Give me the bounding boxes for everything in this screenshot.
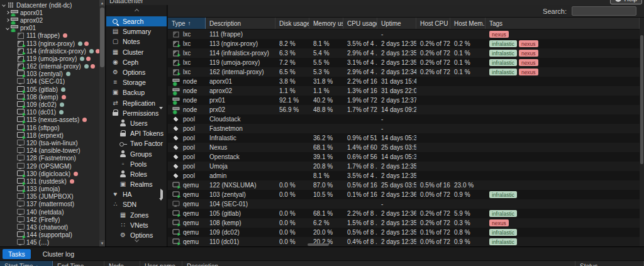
tree-item-104-sec-01[interactable]: 104 (SEC-01) [0,78,99,86]
menu-item-ha[interactable]: ♥HA [106,189,167,199]
tree-item-prx01[interactable]: prx01 [0,25,99,32]
task-column-description[interactable]: Description [182,261,575,266]
menu-item-zones[interactable]: ▦Zones [106,210,167,220]
column-header-host-mem[interactable]: Host Mem... [450,18,486,29]
column-header-memory-us[interactable]: Memory us... [309,18,343,29]
resource-row-109-dc02[interactable]: qemu109 (dc02)0.0 %20.0 %0.5% of 8 ...2 … [168,228,644,237]
tree-expander-icon[interactable] [5,19,10,21]
menu-item-notes[interactable]: ▢Notes [106,36,167,47]
resource-row-aprox02[interactable]: nodeaprox021.1 %1.1 %1.3% of 16 ...31 da… [168,86,644,96]
column-header-disk-usage[interactable]: Disk usage... [275,18,309,29]
menu-item-storage[interactable]: ≡Storage [106,77,167,87]
tree-item-datacenter-ndit-dc[interactable]: Datacenter (ndit-dc) [0,1,99,9]
task-column-status[interactable]: Status [575,261,644,266]
resource-row-122-nxsluma[interactable]: qemu122 (NXSLUMA)0.0 %87.0 %0.5% of 16 .… [168,180,644,190]
menu-scroll-up-icon[interactable] [106,5,167,16]
resource-row-103-zentyal[interactable]: qemu103 (zentyal)0.0 %10.5 %0.1% of 16 .… [168,190,644,199]
table-horizontal-scrollbar[interactable] [308,243,329,246]
resource-row-umoja[interactable]: poolUmoja20.8 %1.7% of 8 ...2 days 12:35… [168,162,644,171]
column-header-description[interactable]: Description [206,18,275,29]
tree-item-129-opsmgm[interactable]: 129 (OPSMGM) [0,162,99,170]
tree-item-120-tsa-win-linux[interactable]: 120 (tsa-win-linux) [0,139,99,147]
tree-item-143-chatwoot[interactable]: 143 (chatwoot) [0,223,99,231]
tree-item-116-sftpgo[interactable]: 116 (sftpgo) [0,124,99,131]
tree-item-103-zentyal[interactable]: 103 (zentyal) [0,70,99,78]
menu-item-summary[interactable]: ▤Summary [106,26,167,36]
column-header-host-cpu[interactable]: Host CPU ... [416,18,450,29]
menu-item-groups[interactable]: Groups [106,148,167,158]
tree-item-137-mattermost[interactable]: 137 (mattermost) [0,201,99,208]
tree-scroll-down-icon[interactable]: ▼ [99,240,105,247]
tree-item-aporx01[interactable]: aporx01 [0,9,99,16]
tree-scroll-up-icon[interactable]: ▲ [99,0,105,6]
column-header-uptime[interactable]: Uptime [377,18,416,29]
tab-tasks[interactable]: Tasks [3,249,31,259]
tree-item-144-supportpal[interactable]: 144 (supportpal) [0,231,99,239]
menu-item-search[interactable]: Search [106,16,167,26]
task-column-user-name[interactable]: User name [140,261,182,266]
menu-item-roles[interactable]: Roles [106,169,167,179]
menu-item-two-factor[interactable]: Two Factor [106,138,167,148]
resource-row-114-infralsticx-proxy[interactable]: lxc114 (infralsticx-proxy)6.3 %5.4 %2.9%… [168,48,644,58]
tree-item-124-ansible-tower[interactable]: 124 (ansible-tower) [0,147,99,155]
menu-item-vnets[interactable]: ∷VNets [106,220,167,230]
menu-item-backup[interactable]: ▣Backup [106,87,167,97]
tree-item-113-nginx-proxy[interactable]: 113 (nginx-proxy) [0,40,99,47]
tree-item-108-kemp[interactable]: 108 (kemp) [0,93,99,101]
tree-scroll-thumb[interactable] [100,8,104,67]
tree-item-128-fastnetmon[interactable]: 128 (Fastnetmon) [0,155,99,162]
resource-row-162-internal-proxy[interactable]: lxc162 (internal-proxy)6.5 %5.3 %2.9% of… [168,67,644,77]
resource-row-cloudstack[interactable]: poolCloudstack- [168,114,644,124]
table-vertical-scrollbar[interactable] [640,18,644,247]
column-header-type[interactable]: Type↑ [168,18,206,29]
resource-row-105-gitlab[interactable]: qemu105 (gitlab)0.0 %68.1 %2.2% of 8 ...… [168,209,644,218]
task-column-end-time[interactable]: End Time [53,261,104,266]
resource-row-aporx01[interactable]: nodeaporx013.8 %31.8 %2.2% of 16 ...31 d… [168,77,644,86]
column-header-tags[interactable]: Tags [486,18,640,29]
tree-item-142-firefly[interactable]: 142 (Firefly) [0,216,99,223]
menu-item-api-tokens[interactable]: API Tokens [106,128,167,138]
menu-scroll-down-icon[interactable] [106,234,167,245]
task-column-node[interactable]: Node [104,261,140,266]
tree-item-119-umoja-proxy[interactable]: 119 (umoja-proxy) [0,55,99,62]
tree-item-105-gitlab[interactable]: 105 (gitlab) [0,86,99,93]
menu-item-users[interactable]: Users [106,118,167,128]
menu-item-replication[interactable]: ⇄Replication [106,98,167,108]
resource-row-prx01[interactable]: nodeprx0192.1 %40.2 %1.9% of 72 ...2 day… [168,96,644,105]
tree-item-118-erpnext[interactable]: 118 (erpnext) [0,131,99,139]
help-button[interactable]: ? Help [610,0,642,4]
search-input[interactable] [572,6,636,16]
tree-expander-icon[interactable] [5,11,10,14]
menu-item-pools[interactable]: ▫Pools [106,159,167,169]
resource-row-openstack[interactable]: poolOpenstack39.1 %0.6% of 56 ...14 days… [168,152,644,162]
resource-row-104-sec-01[interactable]: qemu104 (SEC-01)- [168,199,644,209]
resource-row-111-frappe[interactable]: lxc111 (frappe)-nexus [168,30,644,39]
tree-item-145[interactable]: 145 (…) [0,239,99,247]
task-column-start-time[interactable]: Start Time↓ [0,261,53,266]
tree-item-133-umoja[interactable]: 133 (umoja) [0,186,99,193]
table-vscroll-thumb[interactable] [640,35,643,164]
tree-item-110-dc01[interactable]: 110 (dc01) [0,109,99,116]
tree-item-140-netdata[interactable]: 140 (netdata) [0,208,99,216]
menu-item-realms[interactable]: ▣Realms [106,179,167,189]
tree-item-111-frappe[interactable]: 111 (frappe) [0,32,99,40]
resource-row-infralastic[interactable]: poolInfralastic36.2 %0.9% of 51 ...14 da… [168,133,644,143]
tree-item-114-infralsticx-proxy[interactable]: 114 (infralsticx-proxy) [0,47,99,55]
resource-row-fastnetmon[interactable]: poolFastnetmon- [168,124,644,133]
column-header-cpu-usage[interactable]: CPU usage [343,18,377,29]
menu-item-ceph[interactable]: ◉Ceph [106,57,167,67]
menu-item-cluster[interactable]: ▦Cluster [106,47,167,57]
resource-row-nexus[interactable]: poolNexus68.1 %1.4% of 60 ...25 days 03:… [168,143,644,152]
tab-cluster-log[interactable]: Cluster log [37,249,80,259]
tree-item-162-internal-proxy[interactable]: 162 (internal-proxy) [0,63,99,70]
tree-item-aprox02[interactable]: aprox02 [0,16,99,24]
resource-row-prx02[interactable]: nodeprx0256.9 %48.8 %1.7% of 72 ...14 da… [168,105,644,114]
tree-item-135-jumpbox[interactable]: 135 (JUMPBOX) [0,193,99,201]
tree-item-109-dc02[interactable]: 109 (dc02) [0,101,99,108]
tree-item-115-nexus-assets[interactable]: 115 (nexus-assets) [0,116,99,124]
tree-item-130-digicloack[interactable]: 130 (digicloack) [0,170,99,177]
tree-expander-icon[interactable] [5,27,10,30]
resource-row-119-umoja-proxy[interactable]: lxc119 (umoja-proxy)7.2 %5.5 %3.1% of 4 … [168,58,644,67]
menu-item-permissions[interactable]: Permissions [106,108,167,118]
resource-row-admin[interactable]: pooladmin8.1 %3.5% of 4 ...2 days 12:35.… [168,171,644,180]
